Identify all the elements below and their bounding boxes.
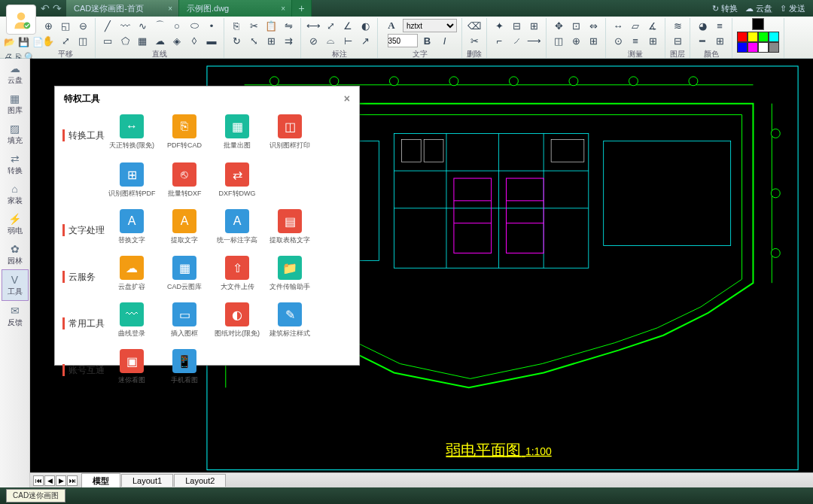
cloud-icon[interactable]: ☁ [152,33,167,48]
zoomin-icon[interactable]: ⊕ [41,18,56,33]
convert-button[interactable]: ↻ 转换 [712,3,738,14]
hatch-icon[interactable]: ▦ [135,33,150,48]
list-icon[interactable]: ≡ [628,33,643,48]
close-icon[interactable]: × [168,5,172,13]
offset-icon[interactable]: ⇉ [281,33,296,48]
close-icon[interactable]: × [281,5,285,13]
dimlin-icon[interactable]: ⟷ [306,18,321,33]
explode-icon[interactable]: ✦ [492,18,507,33]
array-icon[interactable]: ⊞ [263,33,279,48]
angle-icon[interactable]: ∡ [645,18,660,33]
undo-arrow[interactable]: ↶ [41,2,50,14]
layermgr-icon[interactable]: ⊟ [670,33,685,48]
color-swatch[interactable] [737,42,748,53]
tool-item[interactable]: ↔天正转换(限免) [112,114,151,150]
dimarc-icon[interactable]: ⌓ [323,33,338,48]
tab-file[interactable]: 示例图.dwg× [179,0,292,17]
area-icon[interactable]: ▱ [628,18,643,33]
colorwheel-icon[interactable]: ◕ [695,18,710,33]
spline-icon[interactable]: ∿ [135,18,150,33]
color-swatch[interactable] [769,32,779,42]
break-icon[interactable]: ⊟ [509,18,524,33]
ellipse-icon[interactable]: ⬭ [187,18,202,33]
calc-icon[interactable]: ⊞ [645,33,660,48]
tool-item[interactable]: ⎋批量转DXF [165,162,204,199]
color-swatch[interactable] [758,42,769,53]
region-icon[interactable]: ◈ [169,33,184,48]
tool-item[interactable]: A替换文字 [112,209,151,245]
lweight-icon[interactable]: ━ [695,33,710,48]
scale-icon[interactable]: ⤡ [246,33,261,48]
tab-last-icon[interactable]: ⏭ [67,475,78,486]
color-swatch[interactable] [758,32,769,42]
color-swatch[interactable] [748,42,758,53]
tool-item[interactable]: ▣迷你看图 [112,349,151,385]
close-icon[interactable]: × [344,93,350,105]
fillet-icon[interactable]: ⌐ [492,33,507,48]
cut-icon[interactable]: ✂ [246,18,261,33]
cloud-button[interactable]: ☁ 云盘 [745,3,772,14]
avatar[interactable] [6,5,36,35]
erase-icon[interactable]: ⌫ [467,18,482,33]
tool-item[interactable]: 〰曲线登录 [112,302,151,339]
tool-item[interactable]: ▦CAD云图库 [165,256,204,292]
copy-icon[interactable]: ⎘ [229,18,244,33]
font-select[interactable]: hztxt [403,19,457,32]
sidebar-item-3[interactable]: ⇄转换 [2,149,29,179]
pline-icon[interactable]: 〰 [117,18,132,33]
dimalign-icon[interactable]: ⤢ [323,18,338,33]
sidebar-item-5[interactable]: ⚡弱电 [2,209,29,239]
rotate-icon[interactable]: ↻ [229,33,244,48]
sidebar-item-0[interactable]: ☁云盘 [2,59,29,89]
id-icon[interactable]: ⊙ [611,33,626,48]
tab-layout2[interactable]: Layout2 [174,474,226,487]
tool-item[interactable]: ⇄DXF转DWG [218,162,257,199]
zoomext-icon[interactable]: ⤢ [58,33,73,48]
color-swatch[interactable] [748,32,758,42]
layer-icon[interactable]: ≋ [670,18,685,33]
tool-item[interactable]: ◫识别图框打印 [270,114,309,150]
sidebar-item-7[interactable]: V工具 [2,269,29,301]
tool-item[interactable]: A提取文字 [165,209,204,245]
save-icon[interactable]: 💾 [17,35,30,49]
tool-item[interactable]: 📁文件传输助手 [270,256,309,292]
font-size-input[interactable] [388,34,418,47]
tool-item[interactable]: ⊞识别图框转PDF [112,162,151,199]
arc-icon[interactable]: ⌒ [152,18,167,33]
zoomall-icon[interactable]: ◫ [75,33,90,48]
chamfer-icon[interactable]: ⟋ [509,33,524,48]
ltype-icon[interactable]: ≡ [712,18,727,33]
redo-arrow[interactable]: ↷ [53,2,62,14]
sidebar-item-1[interactable]: ▦图库 [2,89,29,119]
line-icon[interactable]: ╱ [100,18,115,33]
tab-first-icon[interactable]: ⏮ [33,475,44,486]
extend-icon[interactable]: ⟶ [526,33,541,48]
tool-item[interactable]: ✎建筑标注样式 [270,302,309,339]
tool-item[interactable]: ▤提取表格文字 [270,209,309,245]
tool-item[interactable]: ◐图纸对比(限免) [218,302,257,339]
trim-icon[interactable]: ✂ [467,33,482,48]
sidebar-item-8[interactable]: ✉反馈 [2,301,29,331]
stretch-icon[interactable]: ⇔ [586,18,601,33]
current-color[interactable] [752,18,764,30]
insert-icon[interactable]: ⊕ [568,33,583,48]
wipeout-icon[interactable]: ▬ [204,33,219,48]
tab-home[interactable]: CAD迷你画图-首页× [66,0,179,17]
paste-icon[interactable]: 📋 [263,18,279,33]
leader-icon[interactable]: ↗ [358,33,373,48]
dimord-icon[interactable]: ⊢ [340,33,355,48]
circle-icon[interactable]: ○ [169,18,184,33]
sidebar-item-6[interactable]: ✿园林 [2,239,29,269]
tab-next-icon[interactable]: ▶ [56,475,66,486]
zoomwin-icon[interactable]: ◱ [58,18,73,33]
rect-icon[interactable]: ▭ [100,33,115,48]
tab-layout1[interactable]: Layout1 [121,474,173,487]
polygon-icon[interactable]: ⬠ [117,33,132,48]
props-icon[interactable]: ⊞ [712,33,727,48]
bold-button[interactable]: B [420,33,435,48]
tool-item[interactable]: A统一标注字高 [218,209,257,245]
join-icon[interactable]: ⊞ [526,18,541,33]
italic-button[interactable]: I [437,33,452,48]
tab-model[interactable]: 模型 [81,473,120,488]
tool-item[interactable]: ⇧大文件上传 [218,256,257,292]
